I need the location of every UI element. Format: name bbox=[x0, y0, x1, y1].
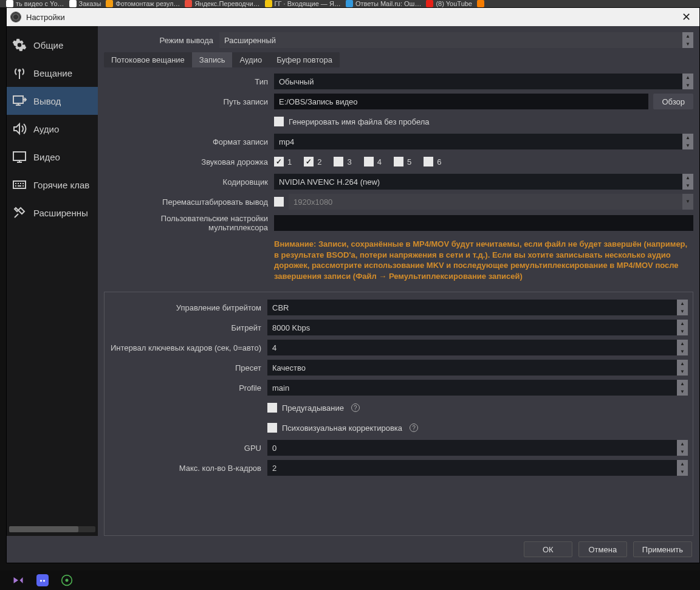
dialog-footer: ОК Отмена Применить bbox=[7, 536, 699, 563]
output-tabs: Потоковое вещание Запись Аудио Буфер пов… bbox=[104, 52, 340, 67]
gpu-label: GPU bbox=[109, 444, 267, 453]
bframes-spinner[interactable]: 2 ▲▼ bbox=[267, 460, 688, 476]
svg-point-0 bbox=[18, 69, 21, 72]
app-icon[interactable] bbox=[61, 574, 73, 586]
speaker-icon bbox=[12, 121, 27, 137]
bframes-label: Макс. кол-во B-кадров bbox=[109, 464, 267, 473]
obs-logo-icon bbox=[10, 12, 21, 22]
titlebar[interactable]: Настройки ✕ bbox=[7, 8, 699, 26]
svg-rect-3 bbox=[13, 181, 26, 188]
keyint-label: Интервал ключевых кадров (сек, 0=авто) bbox=[109, 343, 267, 352]
output-mode-label: Режим вывода bbox=[104, 36, 219, 45]
close-icon[interactable]: ✕ bbox=[677, 10, 696, 24]
encoder-label: Кодировщик bbox=[104, 177, 274, 187]
antenna-icon bbox=[12, 65, 27, 81]
rec-path-label: Путь записи bbox=[104, 97, 274, 106]
output-mode-select[interactable]: Расширенный ▲▼ bbox=[219, 32, 693, 48]
vs-icon[interactable] bbox=[12, 574, 24, 586]
track-2-checkbox[interactable] bbox=[304, 157, 314, 166]
svg-rect-4 bbox=[36, 574, 49, 586]
gear-icon bbox=[12, 37, 27, 53]
os-browser-tabs: ть видео с Yo… Заказы Фотомонтаж резул… … bbox=[0, 0, 700, 7]
mux-label: Пользовательские настройки мультиплексор… bbox=[104, 214, 274, 232]
track-6-checkbox[interactable] bbox=[424, 157, 433, 166]
bitrate-spinner[interactable]: 8000 Kbps ▲▼ bbox=[267, 320, 688, 335]
gen-no-space-checkbox[interactable] bbox=[274, 117, 284, 126]
svg-point-6 bbox=[43, 580, 45, 581]
sidebar-item-general[interactable]: Общие bbox=[7, 31, 98, 59]
svg-rect-1 bbox=[13, 96, 23, 103]
keyint-spinner[interactable]: 4 ▲▼ bbox=[267, 340, 688, 355]
tab-streaming[interactable]: Потоковое вещание bbox=[104, 52, 192, 67]
encoder-select[interactable]: NVIDIA NVENC H.264 (new) ▲▼ bbox=[274, 174, 693, 190]
gpu-spinner[interactable]: 0 ▲▼ bbox=[267, 440, 688, 456]
rec-format-label: Формат записи bbox=[104, 137, 274, 146]
taskbar[interactable] bbox=[0, 571, 700, 590]
sidebar-item-advanced[interactable]: Расширенны bbox=[7, 199, 98, 227]
psycho-label: Психовизуальная корректировка bbox=[282, 424, 402, 433]
sidebar-item-video[interactable]: Видео bbox=[7, 143, 98, 171]
rate-control-select[interactable]: CBR ▲▼ bbox=[267, 300, 688, 315]
rescale-label: Перемасштабировать вывод bbox=[104, 197, 274, 207]
sidebar-item-hotkeys[interactable]: Горячие клав bbox=[7, 171, 98, 199]
rec-type-select[interactable]: Обычный ▲▼ bbox=[274, 74, 693, 89]
audio-track-label: Звуковая дорожка bbox=[104, 157, 274, 166]
keyboard-icon bbox=[12, 177, 27, 193]
ok-button[interactable]: ОК bbox=[524, 541, 572, 557]
settings-window: Настройки ✕ Общие Вещание Вывод bbox=[6, 7, 700, 563]
track-1-checkbox[interactable] bbox=[274, 157, 284, 166]
encoder-panel: Управление битрейтом CBR ▲▼ Битрейт 8000… bbox=[104, 292, 693, 536]
monitor-out-icon bbox=[12, 93, 27, 109]
track-3-checkbox[interactable] bbox=[334, 157, 343, 166]
sidebar-scrollbar[interactable] bbox=[9, 526, 95, 532]
rescale-checkbox[interactable] bbox=[274, 197, 284, 207]
help-icon[interactable]: ? bbox=[410, 424, 418, 432]
cancel-button[interactable]: Отмена bbox=[578, 541, 627, 557]
lookahead-label: Предугадывание bbox=[282, 403, 344, 413]
preset-label: Пресет bbox=[109, 363, 267, 372]
help-icon[interactable]: ? bbox=[351, 403, 360, 412]
rec-path-input[interactable]: E:/OBS/Запись видео bbox=[274, 94, 648, 109]
track-4-checkbox[interactable] bbox=[364, 157, 374, 166]
svg-rect-2 bbox=[13, 152, 26, 160]
psycho-checkbox[interactable] bbox=[267, 423, 277, 433]
preset-select[interactable]: Качество ▲▼ bbox=[267, 360, 688, 376]
bitrate-label: Битрейт bbox=[109, 323, 267, 332]
audio-tracks: 1 2 3 4 5 6 bbox=[274, 157, 693, 166]
content-area: Режим вывода Расширенный ▲▼ Потоковое ве… bbox=[98, 26, 699, 536]
profile-select[interactable]: main ▲▼ bbox=[267, 380, 688, 396]
window-title: Настройки bbox=[26, 13, 65, 22]
profile-label: Profile bbox=[109, 383, 267, 393]
sidebar-item-audio[interactable]: Аудио bbox=[7, 115, 98, 143]
tab-recording[interactable]: Запись bbox=[192, 52, 233, 67]
svg-point-5 bbox=[40, 580, 42, 581]
mux-input[interactable] bbox=[274, 215, 693, 231]
tab-replay-buffer[interactable]: Буфер повтора bbox=[269, 52, 340, 67]
track-5-checkbox[interactable] bbox=[394, 157, 403, 166]
tools-icon bbox=[12, 205, 27, 221]
svg-point-8 bbox=[66, 579, 69, 582]
gen-no-space-label: Генерировать имя файла без пробела bbox=[289, 117, 430, 126]
sidebar-item-stream[interactable]: Вещание bbox=[7, 59, 98, 87]
rate-control-label: Управление битрейтом bbox=[109, 303, 267, 312]
sidebar-item-output[interactable]: Вывод bbox=[7, 87, 98, 115]
discord-icon[interactable] bbox=[36, 574, 49, 586]
browse-button[interactable]: Обзор bbox=[653, 94, 693, 109]
rec-type-label: Тип bbox=[104, 77, 274, 86]
tab-audio[interactable]: Аудио bbox=[232, 52, 269, 67]
apply-button[interactable]: Применить bbox=[633, 541, 692, 557]
rec-format-select[interactable]: mp4 ▲▼ bbox=[274, 134, 693, 149]
rescale-select: 1920x1080 ▼ bbox=[289, 194, 693, 210]
lookahead-checkbox[interactable] bbox=[267, 403, 277, 413]
monitor-icon bbox=[12, 149, 27, 165]
mp4-warning: Внимание: Записи, сохранённые в MP4/MOV … bbox=[274, 236, 693, 287]
sidebar: Общие Вещание Вывод Аудио bbox=[7, 26, 98, 536]
